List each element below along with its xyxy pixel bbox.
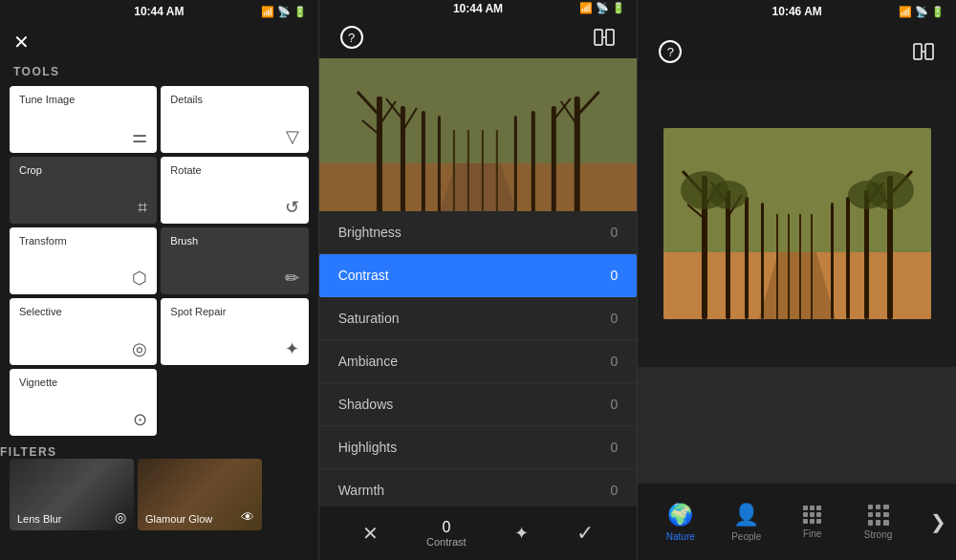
tune-shadows-value: 0 [611, 397, 619, 412]
tune-highlights[interactable]: Highlights 0 [319, 426, 638, 469]
tools-section-label: TOOLS [0, 59, 318, 86]
svg-rect-33 [726, 190, 730, 319]
details-icon: ▽ [286, 126, 299, 147]
tool-tune-image[interactable]: Tune Image ⚌ [10, 86, 157, 153]
filter-tab-nature[interactable]: 🌍 Nature [647, 495, 713, 549]
svg-rect-50 [799, 214, 801, 319]
svg-rect-7 [401, 106, 405, 211]
confirm-button-2[interactable]: ✓ [576, 521, 594, 546]
chevron-right-icon: ❯ [930, 511, 946, 532]
filter-tab-people[interactable]: 👤 People [713, 495, 779, 549]
tune-ambiance-value: 0 [611, 354, 619, 369]
tune-brightness-value: 0 [611, 225, 619, 240]
tune-brightness-label: Brightness [338, 225, 402, 240]
tune-contrast-value: 0 [611, 268, 619, 283]
tool-details[interactable]: Details ▽ [161, 86, 308, 153]
svg-rect-1 [606, 30, 614, 45]
filter-lens-blur[interactable]: Lens Blur ◎ [10, 459, 134, 530]
svg-rect-8 [422, 111, 425, 211]
photo-trees-3 [663, 128, 931, 319]
status-time-1: 10:44 AM [134, 5, 184, 18]
help-icon-2: ? [340, 26, 363, 49]
brush-icon: ✏ [285, 268, 299, 289]
svg-rect-35 [761, 203, 764, 319]
svg-rect-39 [831, 203, 834, 319]
tune-saturation-label: Saturation [338, 311, 400, 326]
vignette-icon: ⊙ [133, 409, 147, 430]
wifi-icon-3: 📡 [915, 6, 928, 18]
svg-rect-23 [467, 130, 469, 211]
close-button[interactable]: ✕ [13, 31, 30, 54]
filter-glamour-glow[interactable]: Glamour Glow 👁 [138, 459, 262, 530]
svg-rect-24 [482, 130, 484, 211]
filters-grid: Lens Blur ◎ Glamour Glow 👁 [0, 459, 318, 530]
svg-rect-13 [513, 116, 516, 211]
tune-warmth[interactable]: Warmth 0 [319, 469, 638, 511]
help-icon-3: ? [659, 40, 682, 63]
filter-tab-fine[interactable]: Fine [779, 498, 845, 547]
filter-tab-fine-label: Fine [803, 528, 821, 539]
filters-section-label: FILTERS [0, 436, 318, 459]
battery-icon: 🔋 [293, 6, 307, 18]
transform-icon: ⬡ [132, 268, 147, 289]
tune-shadows-label: Shadows [338, 397, 394, 412]
cancel-icon-2: ✕ [362, 522, 379, 545]
wifi-icon: 📡 [277, 6, 291, 18]
tool-vignette-label: Vignette [19, 377, 147, 388]
tool-selective-label: Selective [19, 306, 147, 317]
tool-spot-repair[interactable]: Spot Repair ✦ [161, 298, 308, 365]
tune-image-panel: Brightness 0 Contrast 0 Saturation 0 Amb… [319, 211, 638, 511]
tree-scene-3-svg [663, 128, 931, 319]
tune-brightness[interactable]: Brightness 0 [319, 211, 638, 254]
help-button-3[interactable]: ? [653, 34, 687, 69]
tune-shadows[interactable]: Shadows 0 [319, 383, 638, 426]
svg-rect-12 [531, 111, 534, 211]
tool-vignette[interactable]: Vignette ⊙ [10, 369, 157, 436]
spot-repair-icon: ✦ [285, 338, 299, 359]
status-icons-1: 📶 📡 🔋 [261, 6, 307, 18]
tool-rotate[interactable]: Rotate ↺ [161, 157, 308, 224]
compare-icon-3 [912, 40, 935, 63]
tools-grid: Tune Image ⚌ Details ▽ Crop ⌗ Rotate ↺ [0, 86, 318, 436]
tool-transform[interactable]: Transform ⬡ [10, 227, 157, 294]
nature-icon: 🌍 [667, 503, 693, 528]
status-time-2: 10:44 AM [453, 2, 503, 15]
compare-button-3[interactable] [906, 34, 941, 69]
confirm-icon-2: ✓ [576, 521, 594, 546]
photo-area-3 [638, 80, 956, 367]
filter-tab-strong[interactable]: Strong [845, 497, 911, 548]
tune-warmth-label: Warmth [338, 483, 384, 498]
compare-button-2[interactable] [587, 20, 621, 54]
svg-rect-34 [745, 197, 749, 319]
svg-rect-22 [453, 130, 455, 211]
sparkle-button[interactable]: ✦ [514, 523, 529, 544]
tune-contrast-label: Contrast [338, 268, 389, 283]
crop-icon: ⌗ [138, 198, 147, 218]
tune-contrast[interactable]: Contrast 0 [319, 254, 638, 297]
tool-brush[interactable]: Brush ✏ [161, 227, 308, 294]
tune-bottom-bar: ✕ 0 Contrast ✦ ✓ [319, 506, 638, 560]
tune-image-icon: ⚌ [132, 126, 147, 147]
signal-icon-2: 📶 [579, 2, 593, 14]
tune-saturation[interactable]: Saturation 0 [319, 297, 638, 340]
tool-details-label: Details [170, 94, 298, 105]
filters-panel: 10:46 AM 📶 📡 🔋 ? [638, 0, 956, 560]
help-button-2[interactable]: ? [335, 20, 369, 54]
tools-panel: 10:44 AM 📶 📡 🔋 ✕ TOOLS Tune Image ⚌ Deta… [0, 0, 318, 560]
filter-lens-blur-icon: ◎ [115, 509, 126, 525]
filter-chevron-button[interactable]: ❯ [921, 510, 956, 533]
tool-crop[interactable]: Crop ⌗ [10, 157, 157, 224]
tune-warmth-value: 0 [611, 483, 619, 498]
tune-ambiance[interactable]: Ambiance 0 [319, 340, 638, 383]
svg-rect-11 [551, 106, 555, 211]
battery-icon-3: 🔋 [931, 6, 945, 18]
tool-brush-label: Brush [170, 235, 298, 247]
tool-selective[interactable]: Selective ◎ [10, 298, 157, 365]
signal-icon-3: 📶 [899, 6, 912, 18]
svg-rect-37 [864, 190, 869, 319]
sparkle-icon: ✦ [514, 523, 529, 544]
status-icons-3: 📶 📡 🔋 [899, 6, 945, 18]
svg-rect-25 [495, 130, 497, 211]
cancel-button-2[interactable]: ✕ [362, 522, 379, 545]
filter-tabs-container: 🌍 Nature 👤 People [638, 495, 921, 549]
